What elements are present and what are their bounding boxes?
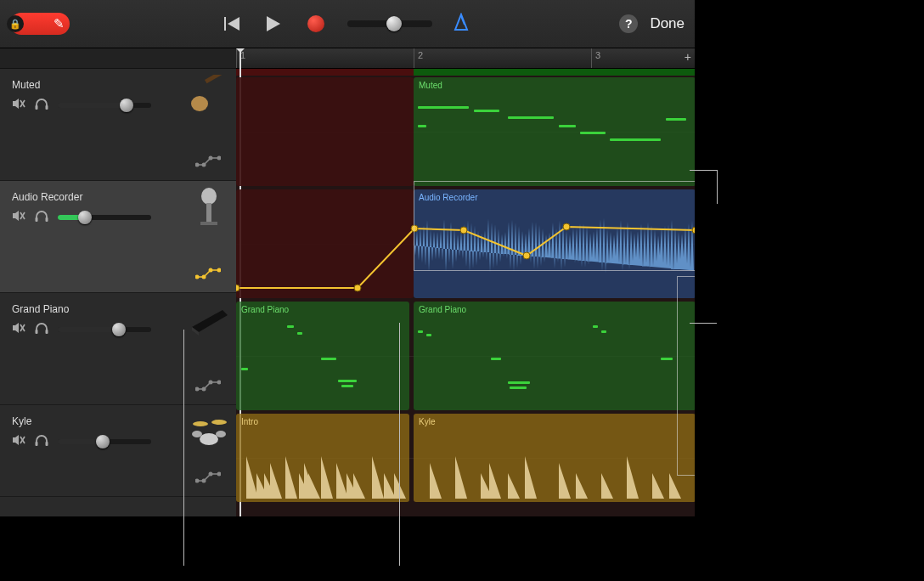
- record-button[interactable]: [305, 13, 327, 35]
- midi-note[interactable]: [580, 132, 606, 134]
- drum-hit: [525, 456, 537, 499]
- svg-rect-6: [205, 75, 224, 83]
- headphones-icon[interactable]: [34, 98, 49, 112]
- pencil-icon: ✎: [54, 16, 65, 31]
- callout-line: [690, 170, 717, 171]
- headphones-icon[interactable]: [34, 322, 49, 336]
- drum-hit: [372, 456, 384, 499]
- midi-note[interactable]: [297, 332, 302, 335]
- midi-note[interactable]: [426, 334, 431, 336]
- automation-icon[interactable]: [195, 377, 221, 394]
- svg-rect-3: [36, 105, 38, 110]
- done-button[interactable]: Done: [650, 15, 685, 32]
- midi-note[interactable]: [287, 325, 294, 328]
- mute-icon[interactable]: [12, 434, 25, 448]
- midi-note[interactable]: [418, 106, 469, 109]
- rewind-button[interactable]: [220, 13, 242, 35]
- region[interactable]: Grand Piano: [414, 302, 695, 410]
- region[interactable]: Muted: [414, 77, 695, 186]
- metronome-icon[interactable]: [453, 13, 470, 36]
- svg-point-9: [209, 156, 213, 161]
- bar-marker: 3: [591, 48, 600, 68]
- lane-grand_piano[interactable]: Grand PianoGrand Piano: [236, 300, 695, 412]
- track-header-toggle[interactable]: 🔒 ✎: [10, 13, 70, 35]
- track-header-kyle[interactable]: Kyle: [0, 405, 236, 497]
- svg-rect-32: [36, 442, 38, 446]
- midi-note[interactable]: [661, 358, 673, 360]
- play-button[interactable]: [262, 13, 285, 35]
- track-header-grand_piano[interactable]: Grand Piano: [0, 293, 236, 405]
- automation-icon[interactable]: [195, 265, 221, 282]
- region-label: Intro: [241, 417, 258, 426]
- midi-note[interactable]: [601, 330, 606, 333]
- automation-icon[interactable]: [195, 469, 221, 486]
- drum-hit: [652, 473, 664, 499]
- midi-note[interactable]: [666, 118, 686, 121]
- position-slider[interactable]: [347, 20, 432, 27]
- svg-point-39: [195, 479, 200, 483]
- mute-icon[interactable]: [12, 210, 25, 224]
- volume-slider[interactable]: [58, 327, 151, 332]
- selection-handle[interactable]: [677, 276, 695, 476]
- drum-hit: [285, 456, 297, 499]
- drum-hit: [308, 473, 320, 499]
- bass-icon[interactable]: [189, 74, 229, 115]
- arrangement-strip: [236, 69, 695, 76]
- lane-muted[interactable]: Muted: [236, 76, 695, 188]
- timeline[interactable]: + 123 MutedAudio RecorderGrand PianoGran…: [236, 48, 695, 516]
- workspace: Muted Audio Recorder: [0, 48, 695, 516]
- svg-point-5: [191, 96, 208, 111]
- track-header-audio_recorder[interactable]: Audio Recorder: [0, 181, 236, 293]
- add-bar-icon[interactable]: +: [685, 50, 691, 64]
- midi-note[interactable]: [510, 386, 527, 389]
- volume-slider[interactable]: [58, 215, 151, 220]
- svg-point-28: [209, 381, 213, 385]
- automation-icon[interactable]: [195, 153, 221, 170]
- region[interactable]: [236, 77, 414, 186]
- mic-icon[interactable]: [189, 186, 229, 227]
- drum-hit: [508, 473, 520, 499]
- svg-point-38: [211, 420, 227, 425]
- midi-note[interactable]: [491, 358, 501, 360]
- drum-hit: [430, 463, 442, 499]
- svg-point-34: [200, 433, 218, 445]
- svg-rect-13: [36, 217, 38, 222]
- midi-note[interactable]: [610, 138, 661, 141]
- headphones-icon[interactable]: [34, 210, 49, 224]
- track-name: Kyle: [12, 415, 31, 427]
- drums-icon[interactable]: [189, 410, 229, 451]
- drum-hit: [669, 473, 681, 499]
- midi-note[interactable]: [508, 116, 554, 119]
- lane-kyle[interactable]: IntroKyle: [236, 412, 695, 504]
- region[interactable]: Grand Piano: [236, 302, 409, 410]
- drum-hit: [394, 473, 406, 499]
- help-button[interactable]: ?: [619, 14, 638, 33]
- volume-slider[interactable]: [58, 103, 151, 108]
- midi-note[interactable]: [559, 125, 576, 127]
- midi-note[interactable]: [418, 330, 423, 333]
- callout-line: [183, 330, 184, 566]
- track-header-muted[interactable]: Muted: [0, 69, 236, 181]
- midi-note[interactable]: [418, 125, 426, 127]
- drum-hit: [576, 473, 588, 499]
- region[interactable]: [236, 189, 414, 298]
- piano-icon[interactable]: [189, 298, 229, 339]
- mute-icon[interactable]: [12, 322, 25, 336]
- volume-slider[interactable]: [58, 439, 151, 444]
- mute-icon[interactable]: [12, 98, 25, 112]
- midi-note[interactable]: [508, 381, 530, 384]
- svg-rect-17: [200, 222, 217, 225]
- midi-note[interactable]: [593, 325, 598, 328]
- bar-ruler[interactable]: + 123: [236, 48, 695, 69]
- midi-note[interactable]: [241, 368, 248, 370]
- selection-handle[interactable]: [414, 181, 695, 271]
- midi-note[interactable]: [338, 380, 357, 382]
- midi-note[interactable]: [321, 358, 336, 360]
- svg-point-41: [209, 472, 213, 477]
- track-name: Grand Piano: [12, 303, 69, 315]
- callout-line: [399, 323, 400, 566]
- midi-note[interactable]: [341, 385, 353, 387]
- midi-note[interactable]: [474, 110, 499, 112]
- headphones-icon[interactable]: [34, 434, 49, 448]
- svg-rect-25: [46, 330, 48, 334]
